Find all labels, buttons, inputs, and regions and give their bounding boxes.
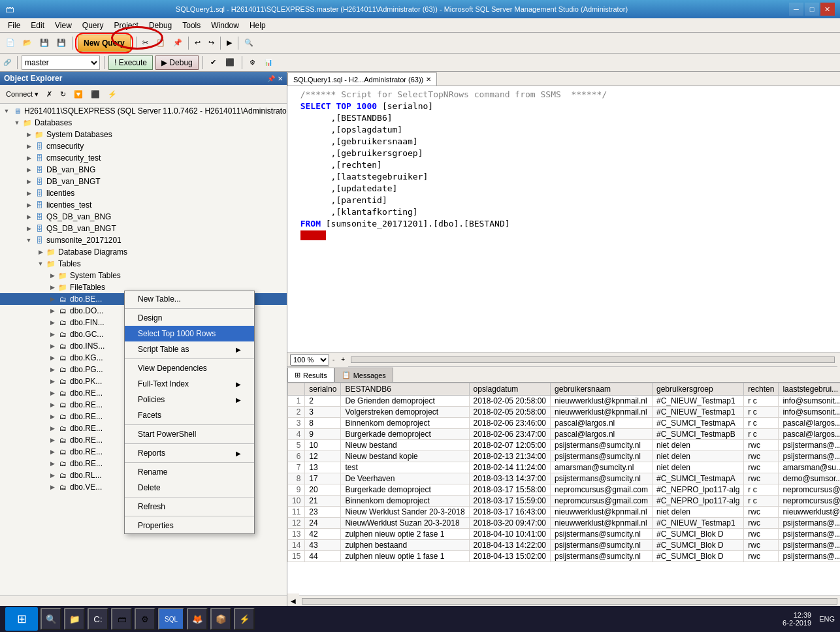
table-row[interactable]: 713test2018-02-14 11:24:00amarsman@sumci… [288,462,841,473]
ctx-rename[interactable]: Rename [125,464,254,480]
menu-file[interactable]: File [3,20,25,31]
tree-expand-re7[interactable]: ▶ [47,460,57,467]
query-tab-close-icon[interactable]: ✕ [426,76,431,83]
tree-expand-re5[interactable]: ▶ [47,437,57,443]
taskbar-files-btn[interactable]: 🗃 [111,608,132,630]
tree-expand-ins[interactable]: ▶ [47,343,57,349]
table-row[interactable]: 817De Veerhaven2018-03-13 14:37:00psijst… [288,473,841,484]
menu-tools[interactable]: Tools [177,20,206,31]
results-tab-results[interactable]: ⊞ Results [287,368,334,382]
ctx-design[interactable]: Design [125,310,254,326]
ctx-view-dependencies[interactable]: View Dependencies [125,360,254,376]
tree-expand-pg[interactable]: ▶ [47,366,57,373]
ctx-delete[interactable]: Delete [125,480,254,496]
minimize-button[interactable]: ─ [789,3,803,16]
table-row[interactable]: 920Burgerkade demoproject2018-03-17 15:5… [288,484,841,496]
tree-expand-pk[interactable]: ▶ [47,378,57,385]
oe-close-button[interactable]: ✕ [278,75,283,82]
query-editor[interactable]: /****** Script for SelectTopNRows comman… [287,86,840,353]
new-query-button[interactable]: New Query [78,35,131,52]
tree-db-diagrams[interactable]: ▶ 📁 Database Diagrams [0,246,287,258]
taskbar-ssms-btn[interactable]: SQL [158,608,184,630]
ctx-full-text-index[interactable]: Full-Text Index ▶ [125,376,254,392]
table-row[interactable]: 12De Grienden demoproject2018-02-05 20:5… [288,396,841,407]
menu-window[interactable]: Window [206,20,244,31]
tree-expand-db[interactable]: ▼ [12,119,22,126]
tree-db-cmsecurity-test[interactable]: ▶ 🗄 cmsecurity_test [0,152,287,164]
tree-expand-systables[interactable]: ▶ [47,272,57,279]
tree-expand-do[interactable]: ▶ [47,308,57,314]
ctx-start-powershell[interactable]: Start PowerShell [125,426,254,442]
tree-db-qsbng[interactable]: ▶ 🗄 QS_DB_van_BNG [0,211,287,223]
ctx-policies[interactable]: Policies ▶ [125,392,254,407]
tree-expand-server[interactable]: ▼ [1,108,12,114]
tree-expand-diag[interactable]: ▶ [35,249,46,255]
table-row[interactable]: 510Nieuw bestand2018-02-07 12:05:00psijs… [288,440,841,451]
taskbar-explorer-btn[interactable]: 📁 [64,608,85,630]
tree-db-licenties[interactable]: ▶ 🗄 licenties [0,187,287,199]
table-row[interactable]: 1544zulphen nieuw optie 1 fase 12018-04-… [288,551,841,562]
ctx-reports[interactable]: Reports ▶ [125,445,254,461]
tree-expand-re3[interactable]: ▶ [47,413,57,420]
tb-connect[interactable]: 🔗 [3,57,13,68]
results-horizontal-scrollbar[interactable] [302,598,837,605]
ctx-properties[interactable]: Properties [125,518,254,533]
taskbar-settings-btn[interactable]: ⚙ [135,608,155,630]
ctx-select-top-1000[interactable]: Select Top 1000 Rows [125,326,254,341]
tree-expand-re4[interactable]: ▶ [47,425,57,432]
tb-extra2[interactable]: 📊 [261,55,276,71]
tb-new[interactable]: 📄 [3,35,18,51]
table-row[interactable]: 612Nieuw bestand kopie2018-02-13 21:34:0… [288,451,841,462]
tree-expand-bng[interactable]: ▶ [24,166,34,173]
zoom-minus[interactable]: - [329,352,338,368]
zoom-select[interactable]: 100 % [290,354,329,366]
table-row[interactable]: 1123Nieuw Werklust Sander 20-3-20182018-… [288,507,841,518]
ctx-refresh[interactable]: Refresh [125,499,254,514]
taskbar-extra2-btn[interactable]: ⚡ [234,608,255,630]
oe-connect-button[interactable]: Connect ▾ [3,86,42,102]
tb-run[interactable]: ▶ [223,35,235,51]
oe-filter-button[interactable]: 🔽 [71,86,86,102]
query-tab-active[interactable]: SQLQuery1.sql - H2...Administrator (63))… [287,72,437,86]
table-row[interactable]: 38Binnenkom demoproject2018-02-06 23:46:… [288,418,841,429]
taskbar-extra-btn[interactable]: 📦 [210,608,231,630]
taskbar-firefox-btn[interactable]: 🦊 [187,608,208,630]
tree-db-licenties-test[interactable]: ▶ 🗄 licenties_test [0,199,287,211]
tree-expand-lict[interactable]: ▶ [24,202,34,208]
ctx-new-table[interactable]: New Table... [125,291,254,307]
horizontal-scrollbar[interactable] [351,356,834,363]
tb-search[interactable]: 🔍 [241,35,257,51]
tree-expand-re1[interactable]: ▶ [47,390,57,396]
start-button[interactable]: ⊞ [5,607,38,631]
tb-cut[interactable]: ✂ [139,35,152,51]
tree-expand-lic[interactable]: ▶ [24,190,34,197]
tb-save[interactable]: 💾 [37,35,52,51]
oe-stop-button[interactable]: ⬛ [88,86,103,102]
ctx-facets[interactable]: Facets [125,407,254,423]
tb-redo[interactable]: ↪ [205,35,218,51]
tb-checkmark[interactable]: ✔ [207,55,219,71]
tree-db-sumsonite[interactable]: ▼ 🗄 sumsonite_20171201 [0,234,287,246]
menu-help[interactable]: Help [244,20,271,31]
table-row[interactable]: 1342zulphen nieuw optie 2 fase 12018-04-… [288,529,841,540]
menu-query[interactable]: Query [77,20,109,31]
ctx-script-table-as[interactable]: Script Table as ▶ [125,341,254,357]
tree-expand-fin[interactable]: ▶ [47,319,57,326]
tree-expand-filetables[interactable]: ▶ [47,284,57,291]
tree-expand-kg[interactable]: ▶ [47,355,57,361]
tb-undo[interactable]: ↩ [191,35,204,51]
tb-extra1[interactable]: ⚙ [246,55,259,71]
tree-expand-be[interactable]: ▶ [47,296,57,302]
tree-tables[interactable]: ▼ 📁 Tables [0,258,287,270]
oe-sync-button[interactable]: ⚡ [105,86,120,102]
tree-expand-tables[interactable]: ▼ [35,261,46,267]
close-button[interactable]: ✕ [820,3,835,16]
tree-expand-bngt[interactable]: ▶ [24,178,34,185]
execute-button[interactable]: ! Execute [108,55,153,70]
tree-db-cmsecurity[interactable]: ▶ 🗄 cmsecurity [0,140,287,152]
tree-expand-ve[interactable]: ▶ [47,484,57,490]
tb-save-all[interactable]: 💾 [54,35,69,51]
tree-expand-qsbng[interactable]: ▶ [24,213,34,220]
taskbar-search-btn[interactable]: 🔍 [40,608,61,630]
tb-open[interactable]: 📂 [20,35,35,51]
